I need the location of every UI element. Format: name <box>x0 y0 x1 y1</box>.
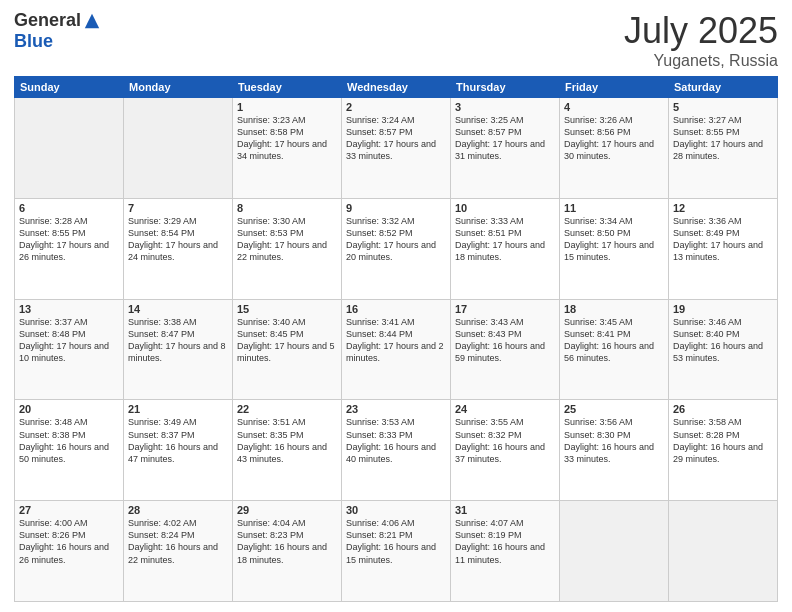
day-cell: 16Sunrise: 3:41 AMSunset: 8:44 PMDayligh… <box>342 299 451 400</box>
header-wednesday: Wednesday <box>342 77 451 98</box>
day-cell: 6Sunrise: 3:28 AMSunset: 8:55 PMDaylight… <box>15 198 124 299</box>
day-cell: 28Sunrise: 4:02 AMSunset: 8:24 PMDayligh… <box>124 501 233 602</box>
day-number: 14 <box>128 303 228 315</box>
day-cell: 27Sunrise: 4:00 AMSunset: 8:26 PMDayligh… <box>15 501 124 602</box>
day-number: 1 <box>237 101 337 113</box>
day-info: Sunrise: 3:43 AMSunset: 8:43 PMDaylight:… <box>455 316 555 365</box>
logo-icon <box>83 12 101 30</box>
day-number: 7 <box>128 202 228 214</box>
day-cell: 8Sunrise: 3:30 AMSunset: 8:53 PMDaylight… <box>233 198 342 299</box>
day-cell: 18Sunrise: 3:45 AMSunset: 8:41 PMDayligh… <box>560 299 669 400</box>
day-cell: 20Sunrise: 3:48 AMSunset: 8:38 PMDayligh… <box>15 400 124 501</box>
day-info: Sunrise: 3:24 AMSunset: 8:57 PMDaylight:… <box>346 114 446 163</box>
day-number: 27 <box>19 504 119 516</box>
day-info: Sunrise: 3:41 AMSunset: 8:44 PMDaylight:… <box>346 316 446 365</box>
day-info: Sunrise: 3:27 AMSunset: 8:55 PMDaylight:… <box>673 114 773 163</box>
day-number: 26 <box>673 403 773 415</box>
day-info: Sunrise: 3:51 AMSunset: 8:35 PMDaylight:… <box>237 416 337 465</box>
day-info: Sunrise: 3:45 AMSunset: 8:41 PMDaylight:… <box>564 316 664 365</box>
week-row-5: 27Sunrise: 4:00 AMSunset: 8:26 PMDayligh… <box>15 501 778 602</box>
day-number: 2 <box>346 101 446 113</box>
day-number: 17 <box>455 303 555 315</box>
header-friday: Friday <box>560 77 669 98</box>
day-cell: 3Sunrise: 3:25 AMSunset: 8:57 PMDaylight… <box>451 98 560 199</box>
day-info: Sunrise: 3:28 AMSunset: 8:55 PMDaylight:… <box>19 215 119 264</box>
day-info: Sunrise: 3:40 AMSunset: 8:45 PMDaylight:… <box>237 316 337 365</box>
day-info: Sunrise: 3:23 AMSunset: 8:58 PMDaylight:… <box>237 114 337 163</box>
day-info: Sunrise: 3:30 AMSunset: 8:53 PMDaylight:… <box>237 215 337 264</box>
week-row-2: 6Sunrise: 3:28 AMSunset: 8:55 PMDaylight… <box>15 198 778 299</box>
day-cell: 5Sunrise: 3:27 AMSunset: 8:55 PMDaylight… <box>669 98 778 199</box>
day-cell: 11Sunrise: 3:34 AMSunset: 8:50 PMDayligh… <box>560 198 669 299</box>
day-cell: 25Sunrise: 3:56 AMSunset: 8:30 PMDayligh… <box>560 400 669 501</box>
day-number: 25 <box>564 403 664 415</box>
day-cell <box>560 501 669 602</box>
day-number: 15 <box>237 303 337 315</box>
header: General Blue July 2025 Yuganets, Russia <box>14 10 778 70</box>
day-number: 6 <box>19 202 119 214</box>
day-number: 8 <box>237 202 337 214</box>
day-number: 4 <box>564 101 664 113</box>
page: General Blue July 2025 Yuganets, Russia … <box>0 0 792 612</box>
day-number: 30 <box>346 504 446 516</box>
day-cell: 23Sunrise: 3:53 AMSunset: 8:33 PMDayligh… <box>342 400 451 501</box>
day-number: 10 <box>455 202 555 214</box>
week-row-4: 20Sunrise: 3:48 AMSunset: 8:38 PMDayligh… <box>15 400 778 501</box>
title-location: Yuganets, Russia <box>624 52 778 70</box>
day-number: 12 <box>673 202 773 214</box>
day-info: Sunrise: 4:07 AMSunset: 8:19 PMDaylight:… <box>455 517 555 566</box>
header-monday: Monday <box>124 77 233 98</box>
day-cell: 1Sunrise: 3:23 AMSunset: 8:58 PMDaylight… <box>233 98 342 199</box>
title-month: July 2025 <box>624 10 778 52</box>
day-cell: 21Sunrise: 3:49 AMSunset: 8:37 PMDayligh… <box>124 400 233 501</box>
day-cell: 10Sunrise: 3:33 AMSunset: 8:51 PMDayligh… <box>451 198 560 299</box>
day-cell <box>669 501 778 602</box>
day-number: 16 <box>346 303 446 315</box>
day-info: Sunrise: 3:56 AMSunset: 8:30 PMDaylight:… <box>564 416 664 465</box>
day-cell: 13Sunrise: 3:37 AMSunset: 8:48 PMDayligh… <box>15 299 124 400</box>
day-number: 21 <box>128 403 228 415</box>
day-number: 23 <box>346 403 446 415</box>
day-info: Sunrise: 3:37 AMSunset: 8:48 PMDaylight:… <box>19 316 119 365</box>
day-number: 18 <box>564 303 664 315</box>
day-number: 5 <box>673 101 773 113</box>
day-number: 13 <box>19 303 119 315</box>
day-info: Sunrise: 3:55 AMSunset: 8:32 PMDaylight:… <box>455 416 555 465</box>
day-info: Sunrise: 3:48 AMSunset: 8:38 PMDaylight:… <box>19 416 119 465</box>
day-number: 20 <box>19 403 119 415</box>
header-thursday: Thursday <box>451 77 560 98</box>
day-cell: 12Sunrise: 3:36 AMSunset: 8:49 PMDayligh… <box>669 198 778 299</box>
svg-marker-0 <box>85 13 99 27</box>
title-block: July 2025 Yuganets, Russia <box>624 10 778 70</box>
day-number: 3 <box>455 101 555 113</box>
day-info: Sunrise: 3:36 AMSunset: 8:49 PMDaylight:… <box>673 215 773 264</box>
day-info: Sunrise: 4:02 AMSunset: 8:24 PMDaylight:… <box>128 517 228 566</box>
day-number: 31 <box>455 504 555 516</box>
day-cell: 29Sunrise: 4:04 AMSunset: 8:23 PMDayligh… <box>233 501 342 602</box>
day-cell <box>124 98 233 199</box>
day-cell: 17Sunrise: 3:43 AMSunset: 8:43 PMDayligh… <box>451 299 560 400</box>
header-sunday: Sunday <box>15 77 124 98</box>
logo: General Blue <box>14 10 101 52</box>
logo-blue-text: Blue <box>14 31 53 52</box>
day-number: 28 <box>128 504 228 516</box>
week-row-1: 1Sunrise: 3:23 AMSunset: 8:58 PMDaylight… <box>15 98 778 199</box>
day-info: Sunrise: 3:49 AMSunset: 8:37 PMDaylight:… <box>128 416 228 465</box>
day-cell: 24Sunrise: 3:55 AMSunset: 8:32 PMDayligh… <box>451 400 560 501</box>
day-number: 22 <box>237 403 337 415</box>
day-info: Sunrise: 3:26 AMSunset: 8:56 PMDaylight:… <box>564 114 664 163</box>
day-info: Sunrise: 3:29 AMSunset: 8:54 PMDaylight:… <box>128 215 228 264</box>
day-cell: 4Sunrise: 3:26 AMSunset: 8:56 PMDaylight… <box>560 98 669 199</box>
header-saturday: Saturday <box>669 77 778 98</box>
day-cell: 30Sunrise: 4:06 AMSunset: 8:21 PMDayligh… <box>342 501 451 602</box>
day-cell: 26Sunrise: 3:58 AMSunset: 8:28 PMDayligh… <box>669 400 778 501</box>
day-number: 29 <box>237 504 337 516</box>
day-number: 19 <box>673 303 773 315</box>
day-info: Sunrise: 3:32 AMSunset: 8:52 PMDaylight:… <box>346 215 446 264</box>
day-cell <box>15 98 124 199</box>
day-info: Sunrise: 3:33 AMSunset: 8:51 PMDaylight:… <box>455 215 555 264</box>
day-cell: 2Sunrise: 3:24 AMSunset: 8:57 PMDaylight… <box>342 98 451 199</box>
calendar-table: Sunday Monday Tuesday Wednesday Thursday… <box>14 76 778 602</box>
day-cell: 7Sunrise: 3:29 AMSunset: 8:54 PMDaylight… <box>124 198 233 299</box>
day-info: Sunrise: 4:06 AMSunset: 8:21 PMDaylight:… <box>346 517 446 566</box>
